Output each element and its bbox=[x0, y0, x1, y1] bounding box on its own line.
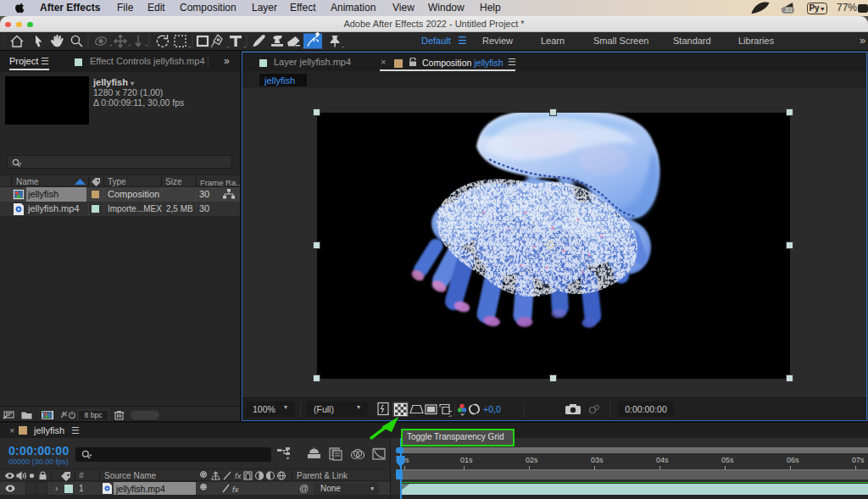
svg-text:8 bpc: 8 bpc bbox=[85, 411, 103, 419]
svg-text:fx: fx bbox=[232, 485, 240, 494]
svg-text:.83: .83 bbox=[784, 7, 792, 13]
svg-text:fx: fx bbox=[235, 471, 242, 480]
